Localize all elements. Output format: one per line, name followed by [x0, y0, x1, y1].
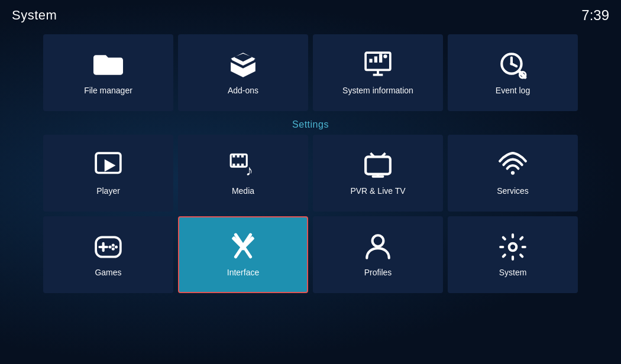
- tile-player[interactable]: Player: [43, 135, 173, 212]
- system-information-label: System information: [342, 86, 413, 95]
- svg-point-34: [109, 246, 112, 249]
- profiles-label: Profiles: [364, 268, 392, 277]
- svg-point-40: [509, 243, 517, 251]
- svg-point-31: [112, 243, 115, 246]
- svg-rect-5: [379, 54, 382, 63]
- svg-point-33: [112, 248, 115, 251]
- svg-rect-21: [241, 164, 244, 167]
- svg-rect-20: [237, 164, 240, 167]
- tile-file-manager[interactable]: File manager: [43, 34, 173, 111]
- wifi-icon: [498, 151, 528, 180]
- tile-media[interactable]: ♪ Media: [178, 135, 308, 212]
- svg-marker-14: [105, 160, 116, 172]
- pencil-icon: [228, 232, 258, 262]
- settings-row-1: Player ♪ Media: [0, 135, 621, 212]
- file-manager-label: File manager: [84, 86, 132, 95]
- games-label: Games: [95, 268, 121, 277]
- svg-point-28: [511, 171, 515, 174]
- page-title: System: [12, 8, 57, 23]
- settings-row-2: Games Interface Profiles: [0, 216, 621, 293]
- folder-icon: [93, 50, 123, 80]
- svg-point-10: [510, 62, 513, 65]
- page: System 7:39 File manager Add-ons: [0, 0, 621, 364]
- tile-interface[interactable]: Interface: [178, 216, 308, 293]
- top-tiles-row: File manager Add-ons: [0, 28, 621, 111]
- svg-point-32: [115, 246, 118, 249]
- player-label: Player: [96, 186, 120, 196]
- add-ons-label: Add-ons: [228, 86, 258, 95]
- tile-system[interactable]: System: [448, 216, 578, 293]
- clock-search-icon: [498, 50, 528, 80]
- chart-icon: [363, 50, 393, 80]
- svg-text:♪: ♪: [245, 162, 253, 178]
- event-log-label: Event log: [496, 86, 530, 95]
- tile-profiles[interactable]: Profiles: [313, 216, 443, 293]
- person-icon: [363, 232, 393, 262]
- tile-add-ons[interactable]: Add-ons: [178, 34, 308, 111]
- header: System 7:39: [0, 0, 621, 28]
- pvr-live-tv-label: PVR & Live TV: [350, 186, 405, 196]
- svg-point-6: [383, 54, 387, 58]
- services-label: Services: [497, 186, 529, 196]
- media-icon: ♪: [228, 151, 258, 180]
- box-icon: [228, 50, 258, 80]
- gamepad-icon: [93, 232, 123, 262]
- media-label: Media: [232, 186, 254, 196]
- tile-event-log[interactable]: Event log: [448, 34, 578, 111]
- tile-pvr-live-tv[interactable]: PVR & Live TV: [313, 135, 443, 212]
- svg-rect-4: [374, 56, 377, 62]
- svg-rect-16: [232, 154, 235, 157]
- gear-icon: [498, 232, 528, 262]
- tile-games[interactable]: Games: [43, 216, 173, 293]
- tile-system-information[interactable]: System information: [313, 34, 443, 111]
- settings-section-label: Settings: [0, 111, 621, 135]
- tile-services[interactable]: Services: [448, 135, 578, 212]
- clock: 7:39: [581, 7, 609, 24]
- play-icon: [93, 151, 123, 180]
- system-label: System: [499, 268, 527, 277]
- svg-rect-23: [366, 157, 390, 174]
- svg-point-39: [373, 235, 384, 246]
- interface-label: Interface: [227, 268, 259, 277]
- svg-rect-17: [237, 154, 240, 157]
- tv-icon: [363, 151, 393, 180]
- svg-rect-3: [369, 59, 372, 63]
- svg-rect-19: [232, 164, 235, 167]
- svg-rect-18: [241, 154, 244, 157]
